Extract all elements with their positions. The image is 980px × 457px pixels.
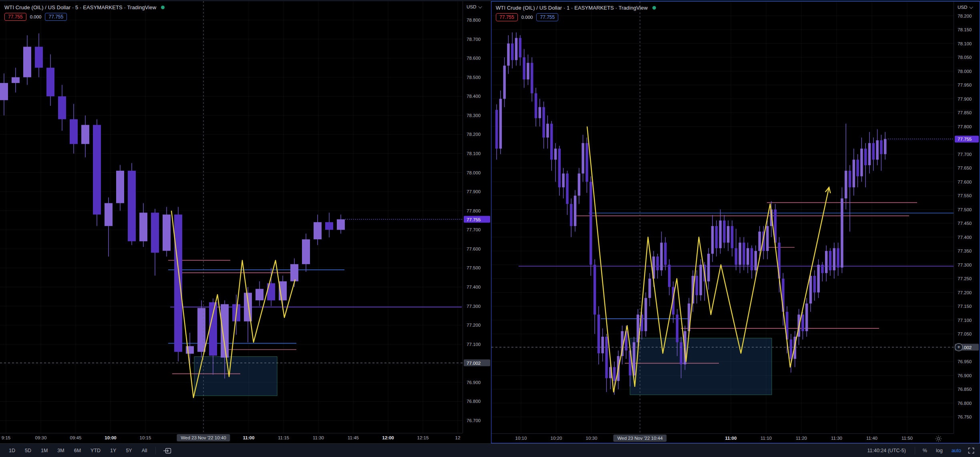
chart-pane-1m[interactable]: WTI Crude (OIL) / US Dollar · 1 · EASYMA… bbox=[491, 1, 980, 443]
go-to-date-icon bbox=[163, 447, 172, 454]
time-tick-label: 10:10 bbox=[515, 436, 527, 441]
time-tick-label: 12:00 bbox=[382, 435, 394, 440]
range-all[interactable]: All bbox=[142, 448, 147, 453]
price-axis-1m[interactable]: USD 78.20078.15078.10078.05078.00077.950… bbox=[954, 2, 980, 433]
divider bbox=[155, 447, 156, 454]
chart-header-5m: WTI Crude (OIL) / US Dollar · 5 · EASYMA… bbox=[4, 4, 165, 21]
chart-pane-5m[interactable]: WTI Crude (OIL) / US Dollar · 5 · EASYMA… bbox=[0, 1, 491, 443]
price-tick-label: 78.300 bbox=[467, 113, 481, 118]
price-tick-label: 77.900 bbox=[467, 189, 481, 194]
price-tick-label: 78.400 bbox=[467, 94, 481, 99]
price-tick-label: 77.450 bbox=[958, 221, 972, 226]
price-tick-label: 77.850 bbox=[958, 110, 972, 115]
price-tick-label: 77.200 bbox=[958, 290, 972, 295]
price-tick-label: 76.800 bbox=[958, 401, 972, 406]
time-axis-5m[interactable]: 9:1509:3009:4510:0010:1511:0011:1511:301… bbox=[0, 433, 463, 443]
time-tick-label: 09:45 bbox=[70, 435, 82, 440]
range-5d[interactable]: 5D bbox=[25, 448, 31, 453]
chart-header-1m: WTI Crude (OIL) / US Dollar · 1 · EASYMA… bbox=[496, 5, 656, 21]
price-tick-label: 77.500 bbox=[467, 265, 481, 270]
time-tick-label: 11:20 bbox=[796, 436, 807, 441]
time-tick-label: 10:00 bbox=[105, 435, 116, 440]
price-tick-label: 77.700 bbox=[958, 152, 972, 157]
time-tick-label: 11:45 bbox=[348, 435, 359, 440]
price-tick-label: 77.550 bbox=[958, 193, 972, 198]
time-tick-label: 11:30 bbox=[831, 436, 842, 441]
supply-demand-zone bbox=[630, 338, 772, 394]
price-tick-label: 78.700 bbox=[467, 37, 481, 42]
supply-demand-zone bbox=[194, 357, 277, 396]
price-tick-label: 77.400 bbox=[958, 235, 972, 240]
time-tick-label: 11:40 bbox=[866, 436, 877, 441]
chart-title: WTI Crude (OIL) / US Dollar · 5 · EASYMA… bbox=[4, 4, 156, 10]
time-tick-label: 11:30 bbox=[313, 435, 324, 440]
price-tick-label: 77.100 bbox=[958, 318, 972, 323]
price-tick-label: 77.800 bbox=[467, 208, 481, 213]
price-tick-label: 78.200 bbox=[467, 132, 481, 137]
range-ytd[interactable]: YTD bbox=[91, 448, 101, 453]
auto-scale-toggle[interactable]: auto bbox=[952, 448, 961, 453]
price-tick-label: 77.250 bbox=[958, 276, 972, 281]
time-tick-label: 10:20 bbox=[551, 436, 562, 441]
price-scale-currency[interactable]: USD bbox=[467, 4, 483, 9]
bottom-toolbar: 1D 5D 1M 3M 6M YTD 1Y 5Y All 11:40:24 (U… bbox=[0, 443, 980, 457]
price-tick-label: 78.100 bbox=[467, 151, 481, 156]
last-price-badge: 77.755 bbox=[464, 216, 490, 223]
price-chart-5m[interactable] bbox=[0, 1, 463, 433]
chart-title: WTI Crude (OIL) / US Dollar · 1 · EASYMA… bbox=[496, 5, 648, 11]
time-tick-label: 09:30 bbox=[35, 435, 47, 440]
add-order-plus-button[interactable]: + bbox=[955, 343, 963, 351]
price-tick-label: 78.200 bbox=[958, 14, 972, 18]
time-tick-label: 11:00 bbox=[725, 436, 737, 441]
divider bbox=[915, 447, 915, 454]
price-tick-label: 78.500 bbox=[467, 75, 481, 80]
range-1d[interactable]: 1D bbox=[9, 448, 15, 453]
price-tick-label: 77.500 bbox=[958, 207, 972, 212]
date-range-switcher: 1D 5D 1M 3M 6M YTD 1Y 5Y All bbox=[4, 448, 152, 453]
log-scale-toggle[interactable]: log bbox=[936, 448, 943, 453]
time-tick-label: 11:50 bbox=[902, 436, 913, 441]
range-6m[interactable]: 6M bbox=[74, 448, 81, 453]
price-scale-currency[interactable]: USD bbox=[958, 5, 974, 10]
price-tick-label: 77.200 bbox=[467, 323, 481, 328]
buy-price-button[interactable]: 77.755 bbox=[536, 13, 558, 21]
crosshair-price-badge: 77.002 bbox=[464, 360, 490, 366]
price-tick-label: 77.800 bbox=[958, 124, 972, 129]
price-tick-label: 77.950 bbox=[958, 83, 972, 87]
percent-scale-toggle[interactable]: % bbox=[923, 448, 927, 453]
price-tick-label: 77.700 bbox=[467, 227, 481, 232]
price-chart-1m[interactable] bbox=[491, 2, 954, 433]
buy-price-button[interactable]: 77.755 bbox=[45, 13, 67, 21]
price-tick-label: 78.000 bbox=[467, 170, 481, 175]
price-tick-label: 76.750 bbox=[958, 415, 972, 419]
range-1m[interactable]: 1M bbox=[41, 448, 48, 453]
chevron-down-icon bbox=[478, 4, 482, 8]
sell-price-button[interactable]: 77.755 bbox=[4, 13, 26, 21]
time-tick-label: 10:30 bbox=[586, 436, 598, 441]
clock[interactable]: 11:40:24 (UTC-5) bbox=[867, 448, 906, 453]
price-tick-label: 77.300 bbox=[467, 304, 481, 309]
brightness-icon[interactable] bbox=[935, 435, 942, 442]
go-to-date-button[interactable] bbox=[163, 447, 172, 454]
price-axis-5m[interactable]: USD 78.80078.70078.60078.50078.40078.300… bbox=[463, 1, 491, 433]
price-tick-label: 78.600 bbox=[467, 56, 481, 61]
time-axis-1m[interactable]: 10:1010:2010:3011:0011:1011:2011:3011:40… bbox=[491, 433, 954, 443]
price-tick-label: 77.300 bbox=[958, 263, 972, 267]
price-tick-label: 77.600 bbox=[467, 247, 481, 251]
fullscreen-button[interactable] bbox=[968, 447, 974, 454]
price-tick-label: 77.900 bbox=[958, 97, 972, 101]
range-5y[interactable]: 5Y bbox=[126, 448, 132, 453]
crosshair-time-badge: Wed 23 Nov '22 10:44 bbox=[613, 435, 666, 442]
sell-price-button[interactable]: 77.755 bbox=[496, 13, 518, 21]
spread-value: 0.000 bbox=[521, 15, 533, 20]
time-tick-label: 11:10 bbox=[761, 436, 772, 441]
range-3m[interactable]: 3M bbox=[57, 448, 64, 453]
range-1y[interactable]: 1Y bbox=[110, 448, 116, 453]
price-tick-label: 78.100 bbox=[958, 41, 972, 46]
price-tick-label: 78.050 bbox=[958, 55, 972, 60]
price-tick-label: 76.950 bbox=[958, 359, 972, 364]
price-tick-label: 76.900 bbox=[958, 373, 972, 378]
chevron-down-icon bbox=[969, 5, 973, 9]
spread-value: 0.000 bbox=[30, 14, 42, 19]
price-tick-label: 76.700 bbox=[467, 418, 481, 423]
